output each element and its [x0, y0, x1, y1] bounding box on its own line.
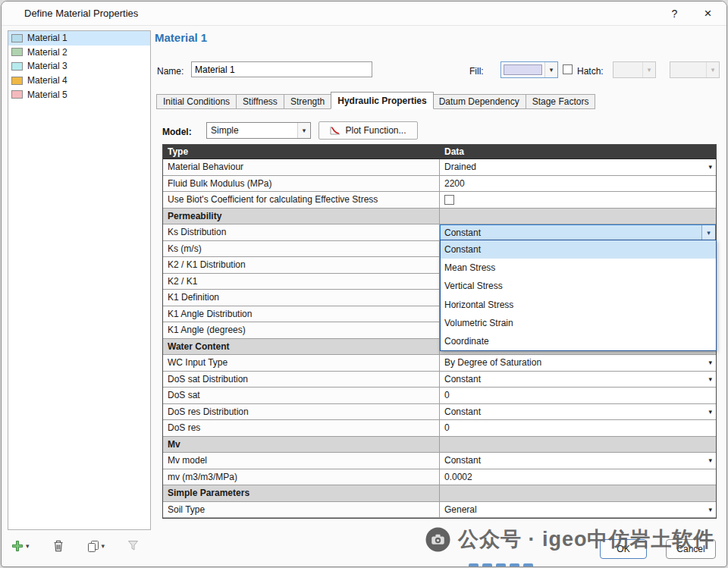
property-label: mv (m3/m3/MPa)	[163, 469, 440, 486]
property-row: DoS sat DistributionConstant▾	[163, 372, 716, 388]
material-label: Material 5	[27, 89, 67, 100]
property-label: Ks Distribution	[163, 224, 440, 241]
chevron-down-icon: ▾	[706, 62, 719, 77]
property-row: DoS res DistributionConstant▾	[163, 404, 716, 421]
add-material-button[interactable]: ▾	[11, 540, 30, 552]
property-row: WC Input TypeBy Degree of Saturation▾	[163, 355, 716, 372]
close-button[interactable]: ×	[691, 2, 725, 26]
property-dropdown[interactable]: Drained▾	[440, 159, 716, 176]
material-color-swatch	[11, 48, 23, 56]
fill-color-dropdown[interactable]: ▾	[500, 61, 558, 78]
property-checkbox-cell[interactable]	[440, 192, 716, 209]
dropdown-option[interactable]: Mean Stress	[441, 259, 716, 277]
tab-stiffness[interactable]: Stiffness	[237, 94, 284, 109]
hatch-checkbox[interactable]	[563, 64, 573, 74]
property-value: 2200	[444, 178, 465, 189]
dropdown-value: General	[444, 504, 477, 515]
section-header-label: Water Content	[163, 339, 440, 356]
property-row: mv (m3/m3/MPa)0.0002	[163, 469, 716, 486]
dropdown-option[interactable]: Constant	[441, 240, 716, 259]
dropdown-value: By Degree of Saturation	[444, 357, 541, 368]
section-header-fill	[440, 437, 716, 453]
property-row: DoS res0	[163, 420, 716, 437]
property-label: K2 / K1	[163, 274, 440, 290]
delete-material-icon	[52, 539, 64, 552]
dropdown-value: Constant	[444, 455, 481, 466]
name-input[interactable]	[191, 61, 372, 77]
property-value-field[interactable]: 0.0002	[440, 469, 716, 486]
chevron-down-icon: ▾	[708, 506, 712, 513]
chevron-down-icon[interactable]: ▾	[701, 225, 715, 240]
filter-materials-button[interactable]	[127, 540, 139, 551]
dropdown-option[interactable]: Vertical Stress	[441, 277, 716, 295]
tab-initial-conditions[interactable]: Initial Conditions	[156, 94, 237, 109]
property-label: K1 Definition	[163, 290, 440, 306]
dialog-title: Define Material Properties	[24, 8, 138, 19]
tab-datum-dependency[interactable]: Datum Dependency	[433, 94, 526, 109]
add-material-icon	[11, 540, 24, 552]
define-material-properties-dialog: Define Material Properties ? × Material …	[1, 1, 727, 567]
section-header-label: Permeability	[163, 209, 440, 225]
section-header-fill	[440, 485, 716, 502]
page-title: Material 1	[155, 31, 207, 44]
tab-strip: Initial ConditionsStiffnessStrengthHydra…	[156, 92, 595, 109]
model-dropdown[interactable]: Simple ▾	[206, 122, 311, 139]
chevron-down-icon: ▾	[102, 542, 105, 550]
material-list-item[interactable]: Material 1	[8, 31, 150, 46]
property-label: K1 Angle Distribution	[163, 306, 440, 323]
plot-function-label: Plot Function...	[345, 125, 406, 136]
property-value: 0	[444, 422, 450, 433]
hatch-label: Hatch:	[577, 66, 604, 77]
tab-stage-factors[interactable]: Stage Factors	[526, 94, 596, 109]
section-header-label: Simple Parameters	[163, 485, 440, 502]
material-list-item[interactable]: Material 5	[8, 87, 150, 102]
plot-function-button[interactable]: Plot Function...	[318, 121, 418, 140]
property-dropdown[interactable]: Constant▾	[440, 453, 716, 469]
material-list-item[interactable]: Material 2	[8, 46, 150, 60]
copy-material-icon	[87, 540, 99, 552]
chevron-down-icon: ▾	[708, 457, 712, 464]
property-row: Fluid Bulk Modulus (MPa)2200	[163, 176, 716, 193]
copy-material-button[interactable]: ▾	[87, 540, 105, 552]
ks-distribution-dropdown-list: ConstantMean StressVertical StressHorizo…	[440, 240, 717, 351]
help-button[interactable]: ?	[657, 2, 692, 26]
property-dropdown[interactable]: General▾	[440, 502, 716, 519]
material-list: Material 1Material 2Material 3Material 4…	[8, 30, 151, 530]
material-list-item[interactable]: Material 3	[8, 59, 150, 74]
material-label: Material 3	[27, 61, 67, 71]
property-label: DoS sat Distribution	[163, 372, 440, 388]
chevron-down-icon: ▾	[26, 542, 30, 550]
ks-distribution-combobox[interactable]: Constant▾	[440, 224, 716, 241]
property-row: Mv modelConstant▾	[163, 453, 716, 469]
property-value-field[interactable]: 2200	[440, 176, 716, 193]
property-value-field[interactable]: 0	[440, 388, 716, 404]
fill-color-swatch	[504, 64, 542, 75]
material-list-item[interactable]: Material 4	[8, 74, 150, 88]
tab-strength[interactable]: Strength	[284, 94, 331, 109]
dropdown-option[interactable]: Coordinate	[441, 332, 716, 350]
chevron-down-icon: ▾	[642, 62, 655, 77]
property-row: Use Biot's Coefficient for calculating E…	[163, 192, 716, 209]
dropdown-option[interactable]: Volumetric Strain	[441, 314, 716, 332]
property-dropdown[interactable]: By Degree of Saturation▾	[440, 355, 716, 372]
property-label: DoS sat	[163, 388, 440, 404]
property-value-field[interactable]: 0	[440, 420, 716, 437]
chevron-down-icon: ▾	[544, 62, 557, 77]
property-dropdown[interactable]: Constant▾	[440, 404, 716, 421]
model-value: Simple	[207, 125, 297, 136]
dropdown-value: Drained	[444, 162, 476, 172]
biot-coefficient-checkbox[interactable]	[444, 195, 454, 205]
delete-material-button[interactable]	[52, 539, 64, 552]
material-label: Material 4	[27, 75, 67, 86]
dropdown-option[interactable]: Horizontal Stress	[441, 296, 716, 314]
tab-hydraulic-properties[interactable]: Hydraulic Properties	[331, 92, 433, 109]
property-label: K1 Angle (degrees)	[163, 322, 440, 339]
fill-label: Fill:	[469, 66, 484, 77]
dropdown-value: Constant	[444, 406, 481, 417]
model-label: Model:	[162, 127, 192, 137]
dropdown-value: Constant	[444, 374, 481, 384]
property-label: Use Biot's Coefficient for calculating E…	[163, 192, 440, 209]
clipped-watermark-artifact	[469, 563, 533, 567]
table-header-row: TypeData	[163, 145, 716, 159]
property-dropdown[interactable]: Constant▾	[440, 372, 716, 388]
